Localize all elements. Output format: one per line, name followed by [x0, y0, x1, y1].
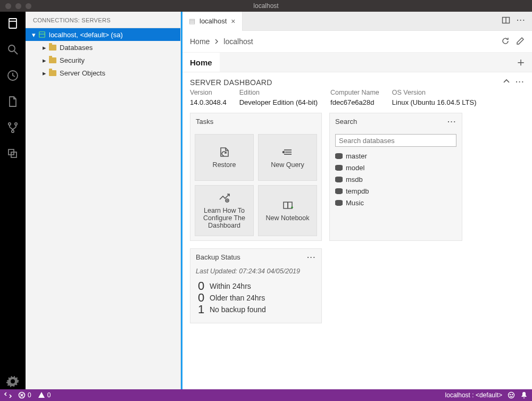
- meta-edition-label: Edition: [239, 89, 318, 96]
- task-label: Learn How To Configure The Dashboard: [197, 207, 251, 229]
- search-widget: Search ··· master model msdb tempdb Musi…: [329, 113, 462, 241]
- svg-point-7: [12, 130, 14, 132]
- database-icon: [335, 177, 343, 182]
- chevron-right-icon[interactable]: ▸: [40, 69, 48, 77]
- tab-label: localhost: [200, 17, 227, 25]
- task-label: New Query: [271, 161, 304, 169]
- dashboard-header: SERVER DASHBOARD ···: [182, 72, 532, 89]
- add-dashboard-tab-icon[interactable]: ＋: [515, 54, 527, 70]
- activity-explorer-icon[interactable]: [6, 95, 19, 110]
- chevron-right-icon[interactable]: ▸: [40, 56, 48, 64]
- task-new-notebook[interactable]: New Notebook: [258, 185, 317, 236]
- backup-row: 0 Older than 24hrs: [197, 292, 315, 304]
- task-new-query[interactable]: New Query: [258, 134, 317, 181]
- status-remote-icon[interactable]: [4, 391, 12, 399]
- dashboard-tabs: Home ＋: [182, 52, 532, 72]
- database-item[interactable]: tempdb: [335, 185, 456, 197]
- chevron-right-icon[interactable]: ▸: [40, 44, 48, 52]
- edit-icon[interactable]: [516, 37, 525, 47]
- task-restore[interactable]: Restore: [195, 134, 254, 181]
- activity-extensions-icon[interactable]: [6, 147, 19, 162]
- database-list: master model msdb tempdb Music: [335, 150, 456, 208]
- backup-updated: Last Updated: 07:24:34 04/05/2019: [190, 265, 321, 278]
- search-widget-title: Search: [335, 118, 357, 126]
- database-icon: [335, 165, 343, 171]
- backup-widget: Backup Status ··· Last Updated: 07:24:34…: [190, 248, 322, 323]
- meta-os-label: OS Version: [392, 89, 477, 96]
- activity-bar: [0, 12, 26, 389]
- chevron-down-icon[interactable]: ▾: [30, 31, 37, 39]
- status-feedback-icon[interactable]: [508, 391, 515, 399]
- server-node-label: localhost, <default> (sa): [49, 31, 123, 39]
- breadcrumb: Home localhost: [190, 37, 253, 46]
- database-name: msdb: [346, 176, 363, 183]
- editor-area: ▤ localhost × ··· Home localhost Home ＋: [181, 12, 532, 389]
- database-item[interactable]: master: [335, 150, 456, 162]
- server-icon: [37, 31, 47, 38]
- meta-computer-value: fdec67e6a28d: [330, 98, 379, 106]
- search-widget-more-icon[interactable]: ···: [447, 118, 456, 126]
- database-item[interactable]: model: [335, 162, 456, 173]
- task-learn-dashboard[interactable]: Learn How To Configure The Dashboard: [195, 185, 254, 236]
- database-item[interactable]: Music: [335, 197, 456, 208]
- svg-point-5: [9, 123, 11, 125]
- svg-point-28: [510, 394, 510, 395]
- dashboard-more-icon[interactable]: ···: [516, 78, 525, 87]
- database-name: master: [346, 152, 367, 160]
- status-connection[interactable]: localhost : <default>: [445, 391, 502, 399]
- connections-panel: CONNECTIONS: SERVERS ▾ localhost, <defau…: [26, 12, 181, 389]
- meta-version-label: Version: [190, 89, 227, 96]
- backup-row: 1 No backup found: [197, 304, 315, 315]
- activity-history-icon[interactable]: [6, 69, 19, 83]
- status-warnings[interactable]: 0: [38, 391, 51, 399]
- database-name: model: [346, 164, 364, 172]
- backup-label: Older than 24hrs: [210, 294, 265, 302]
- database-icon: [335, 188, 343, 194]
- backup-label: No backup found: [210, 305, 266, 314]
- tree-item-security[interactable]: ▸ Security: [36, 54, 180, 66]
- tree-item-databases[interactable]: ▸ Databases: [36, 41, 180, 54]
- folder-icon: [48, 57, 57, 63]
- refresh-icon[interactable]: [501, 37, 510, 47]
- server-meta: Version 14.0.3048.4 Edition Developer Ed…: [182, 89, 532, 113]
- tab-file-icon: ▤: [189, 17, 195, 25]
- meta-version-value: 14.0.3048.4: [190, 98, 227, 106]
- svg-point-2: [9, 45, 15, 52]
- status-notifications-icon[interactable]: [520, 391, 528, 399]
- database-icon: [335, 153, 343, 159]
- server-node[interactable]: ▾ localhost, <default> (sa): [26, 28, 180, 41]
- breadcrumb-item[interactable]: localhost: [223, 37, 253, 46]
- titlebar-title: localhost: [0, 2, 532, 10]
- tree-item-server-objects[interactable]: ▸ Server Objects: [36, 66, 180, 79]
- tab-close-icon[interactable]: ×: [231, 17, 235, 26]
- tasks-widget: Tasks Restore New Query Learn How To Con…: [190, 113, 322, 241]
- svg-rect-10: [39, 32, 45, 38]
- search-databases-input[interactable]: [335, 134, 456, 147]
- tab-localhost[interactable]: ▤ localhost ×: [182, 12, 243, 31]
- database-name: Music: [346, 199, 364, 207]
- dashboard-title: SERVER DASHBOARD: [190, 78, 272, 87]
- dashboard-tab-home[interactable]: Home: [182, 53, 220, 72]
- database-item[interactable]: msdb: [335, 173, 456, 185]
- activity-connections-icon[interactable]: [6, 17, 19, 31]
- meta-edition-value: Developer Edition (64-bit): [239, 98, 318, 106]
- svg-point-29: [512, 394, 512, 395]
- svg-point-6: [15, 123, 17, 125]
- svg-line-3: [14, 51, 18, 54]
- status-bar: 0 0 localhost : <default>: [0, 389, 532, 401]
- breadcrumb-item[interactable]: Home: [190, 37, 210, 46]
- database-name: tempdb: [346, 187, 369, 195]
- breadcrumb-row: Home localhost: [182, 31, 532, 52]
- tabbar: ▤ localhost × ···: [182, 12, 532, 31]
- status-errors[interactable]: 0: [18, 391, 31, 399]
- tabbar-more-icon[interactable]: ···: [517, 16, 526, 26]
- activity-search-icon[interactable]: [6, 43, 19, 57]
- activity-source-control-icon[interactable]: [6, 121, 19, 136]
- activity-settings-icon[interactable]: [6, 375, 19, 389]
- split-editor-icon[interactable]: [502, 16, 510, 26]
- tree-item-label: Security: [60, 56, 85, 64]
- backup-widget-more-icon[interactable]: ···: [307, 253, 316, 261]
- collapse-icon[interactable]: [503, 78, 510, 87]
- folder-icon: [48, 45, 57, 51]
- backup-label: Within 24hrs: [210, 282, 251, 290]
